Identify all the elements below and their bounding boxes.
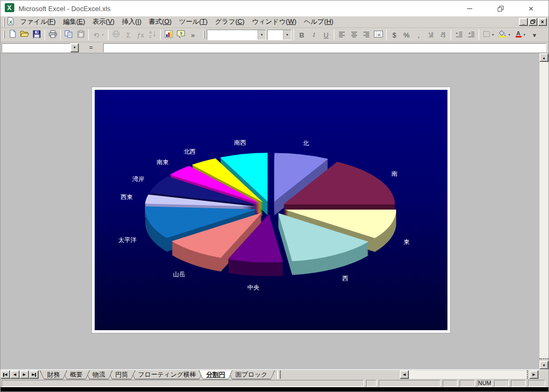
merge-center-button[interactable]: a [372, 29, 385, 41]
dropdown-arrow-icon[interactable]: ▼ [523, 33, 526, 36]
align-left-button[interactable] [336, 29, 348, 41]
comma-button[interactable]: , [413, 29, 425, 41]
menu-item-window[interactable]: ウィンドウ(W) [248, 16, 300, 27]
toolbar-options-button[interactable]: ▾ [528, 29, 541, 41]
svg-text:?: ? [179, 31, 182, 36]
scroll-right-icon[interactable]: ▶ [529, 370, 538, 379]
underline-button[interactable]: U [320, 29, 332, 41]
align-right-icon [363, 30, 370, 40]
menu-item-help[interactable]: ヘルプ(H) [300, 16, 337, 27]
horizontal-scroll-track[interactable] [409, 370, 527, 379]
menu-grip[interactable] [3, 18, 5, 26]
menu-item-format[interactable]: 書式(O) [145, 16, 175, 27]
dropdown-arrow-icon[interactable]: ▼ [102, 33, 105, 36]
font-size-combo-value[interactable] [268, 30, 283, 40]
save-button[interactable] [31, 29, 43, 41]
sheet-tabs: 財務概要物流円筒フローティング横棒分割円面ブロック [40, 370, 275, 379]
fill-color-button[interactable]: ▼ [497, 29, 513, 41]
sort-ascending-button[interactable]: AZ [147, 29, 159, 41]
scroll-up-icon[interactable]: ▲ [539, 53, 548, 62]
restore-workbook-icon[interactable] [528, 18, 537, 26]
dropdown-arrow-icon[interactable]: ▼ [508, 33, 511, 36]
font-name-combo-value[interactable] [207, 30, 258, 40]
scroll-left-icon[interactable]: ◀ [400, 370, 409, 379]
italic-icon: I [313, 31, 315, 39]
menu-item-chart[interactable]: グラフ(C) [212, 16, 249, 27]
decrease-indent-button[interactable] [453, 29, 465, 41]
vertical-scrollbar[interactable]: ▲ ▼ [539, 53, 548, 369]
tab-scroll-first-icon[interactable]: ◀ [1, 370, 10, 379]
name-box[interactable] [2, 43, 70, 52]
scroll-down-icon[interactable]: ▼ [539, 361, 548, 369]
menu-item-insert[interactable]: 挿入(I) [118, 16, 145, 27]
italic-button[interactable]: I [308, 29, 320, 41]
paste-function-button[interactable]: ƒx [134, 29, 147, 41]
font-color-button[interactable]: A▼ [513, 29, 528, 41]
menu-item-file[interactable]: ファイル(F) [16, 16, 59, 27]
font-name-combo[interactable]: ▼ [207, 30, 266, 40]
close-workbook-icon[interactable]: × [538, 18, 547, 26]
align-center-icon [351, 30, 358, 40]
copy-icon [65, 30, 72, 40]
chart-frame[interactable]: 北南東西中央山岳太平洋西東湾岸南東北西南西 [92, 87, 450, 333]
underline-icon: U [324, 31, 328, 39]
horizontal-scrollbar[interactable]: ◀ ▶ [400, 370, 538, 379]
restore-window-icon[interactable] [496, 4, 505, 13]
currency-button[interactable]: $ [388, 29, 400, 41]
font-size-combo[interactable]: ▼ [267, 30, 291, 40]
percent-button[interactable]: % [400, 29, 413, 41]
toolbar-separator [160, 30, 161, 40]
standard-toolbar-grip[interactable] [3, 31, 5, 39]
minimize-window-icon[interactable] [465, 4, 474, 13]
font-size-dropdown-icon[interactable]: ▼ [283, 30, 291, 40]
sheet-tab-フローティング横棒[interactable]: フローティング横棒 [131, 370, 204, 379]
more-buttons[interactable]: » [187, 29, 199, 41]
increase-indent-button[interactable] [465, 29, 477, 41]
chart-wizard-button[interactable] [162, 29, 175, 41]
sheet-tab-label: 面ブロック [235, 370, 268, 379]
window-title: Microsoft Excel - DocExcel.xls [19, 5, 465, 13]
title-bar: X Microsoft Excel - DocExcel.xls × [1, 1, 548, 16]
increase-decimal-button[interactable]: +.0.00 [425, 29, 437, 41]
menu-item-edit[interactable]: 編集(E) [59, 16, 89, 27]
pie-label-西: 西 [342, 275, 349, 282]
tab-split-handle[interactable] [277, 370, 281, 379]
help-button[interactable]: ? [175, 29, 187, 41]
workbook-icon[interactable]: X [7, 17, 14, 27]
align-right-button[interactable] [360, 29, 372, 41]
paste-button[interactable] [75, 29, 87, 41]
sheet-tab-財務[interactable]: 財務 [40, 370, 67, 379]
pie-chart[interactable]: 北南東西中央山岳太平洋西東湾岸南東北西南西 [95, 90, 447, 330]
pie-label-太平洋: 太平洋 [118, 237, 137, 243]
bold-button[interactable]: B [296, 29, 308, 41]
menu-item-tools[interactable]: ツール(T) [175, 16, 211, 27]
font-name-dropdown-icon[interactable]: ▼ [258, 30, 266, 40]
tab-scroll-last-icon[interactable]: ▶ [29, 370, 39, 379]
page-icon [9, 30, 16, 40]
print-button[interactable] [47, 29, 59, 41]
decrease-decimal-button[interactable]: .00+.0 [437, 29, 449, 41]
close-window-icon[interactable]: × [526, 4, 536, 13]
svg-text:X: X [7, 4, 12, 12]
open-button[interactable] [19, 29, 31, 41]
tab-scroll-next-icon[interactable]: ▶ [20, 370, 29, 379]
status-panel [2, 380, 364, 387]
scrollbar-corner [538, 370, 548, 379]
align-center-button[interactable] [348, 29, 360, 41]
undo-button[interactable]: ▼ [90, 29, 106, 41]
sheet-tab-面ブロック[interactable]: 面ブロック [228, 370, 275, 379]
insert-hyperlink-button[interactable] [110, 29, 122, 41]
autosum-button[interactable]: Σ [122, 29, 134, 41]
name-box-dropdown-icon[interactable]: ▼ [70, 43, 79, 52]
formula-input[interactable] [103, 43, 546, 52]
borders-button[interactable]: ▼ [481, 29, 497, 41]
formatting-toolbar-grip[interactable] [203, 31, 205, 39]
new-button[interactable] [6, 29, 19, 41]
menu-item-view[interactable]: 表示(V) [89, 16, 118, 27]
tab-scroll-prev-icon[interactable]: ◀ [10, 370, 20, 379]
minimize-workbook-icon[interactable]: _ [519, 18, 528, 26]
copy-button[interactable] [62, 29, 75, 41]
sheet-tab-分割円[interactable]: 分割円 [199, 370, 233, 379]
dropdown-arrow-icon[interactable]: ▼ [491, 33, 495, 36]
edit-formula-button[interactable]: = [79, 44, 103, 51]
